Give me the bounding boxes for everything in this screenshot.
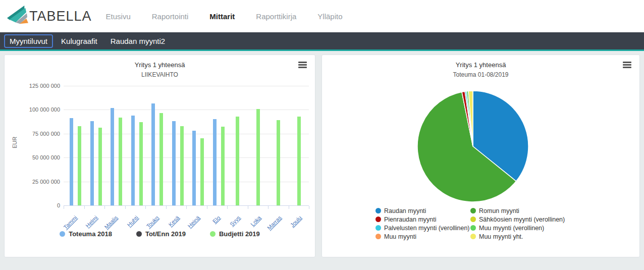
legend-label: Tot/Enn 2019: [145, 230, 186, 238]
x-tick-mark: [227, 206, 228, 209]
x-tick-mark: [84, 206, 85, 209]
bar-budjetti-2019[interactable]: [277, 120, 280, 205]
tab-raudan-myynti2[interactable]: Raudan myynti2: [105, 34, 170, 48]
legend-dot-icon: [375, 234, 381, 239]
tabella-logo-icon: [5, 5, 28, 27]
bar-toteuma-2018[interactable]: [192, 131, 196, 205]
chart-menu-icon[interactable]: [298, 62, 307, 68]
legend-item[interactable]: Muu myynti (verollinen): [470, 225, 612, 232]
pie-chart-panel: Yritys 1 yhteensä Toteuma 01-08/2019 Rau…: [321, 55, 640, 257]
bar-budjetti-2019[interactable]: [256, 109, 260, 205]
legend-label: Toteuma 2018: [69, 230, 112, 238]
y-tick-label: 100 000 000: [29, 106, 60, 113]
legend-dot-icon: [470, 234, 476, 239]
legend-label: Pienraudan myynti: [384, 216, 437, 223]
x-tick-mark: [166, 206, 167, 209]
legend-dot-icon: [60, 231, 65, 237]
brand-name: TABELLA: [29, 9, 92, 24]
legend-item[interactable]: Budjetti 2019: [210, 230, 260, 238]
y-tick-label: 25 000 000: [32, 179, 60, 185]
pie-chart-subtitle: Toteuma 01-08/2019: [322, 71, 639, 78]
nav-etusivu[interactable]: Etusivu: [106, 12, 131, 21]
brand[interactable]: TABELLA: [5, 5, 92, 27]
bar-budjetti-2019[interactable]: [139, 122, 143, 205]
legend-item[interactable]: Toteuma 2018: [60, 230, 112, 238]
tab-myyntiluvut[interactable]: Myyntiluvut: [4, 34, 53, 48]
chart-menu-icon[interactable]: [623, 62, 631, 68]
y-axis-ticks: 025 000 00050 000 00075 000 000100 000 0…: [5, 86, 60, 205]
legend-dot-icon: [375, 208, 381, 213]
y-tick-label: 75 000 000: [32, 131, 60, 137]
legend-dot-icon: [136, 231, 142, 237]
bar-budjetti-2019[interactable]: [297, 117, 301, 205]
x-tick-mark: [248, 206, 248, 209]
gridline: [64, 110, 309, 110]
bar-chart-title: Yritys 1 yhteensä: [5, 61, 315, 69]
bar-budjetti-2019[interactable]: [180, 126, 184, 205]
nav-raportointi[interactable]: Raportointi: [152, 12, 189, 21]
legend-label: Romun myynti: [479, 207, 519, 214]
legend-item[interactable]: Romun myynti: [470, 207, 612, 214]
legend-dot-icon: [375, 217, 381, 222]
legend-label: Palvelusten myynti (verollinen): [384, 225, 470, 232]
legend-item[interactable]: Palvelusten myynti (verollinen): [375, 225, 470, 232]
bar-toteuma-2018[interactable]: [151, 103, 155, 205]
gridline: [64, 86, 309, 86]
x-tick-mark: [64, 206, 64, 209]
bar-chart-panel: Yritys 1 yhteensä LIIKEVAIHTO EUR 025 00…: [4, 55, 315, 257]
x-tick-mark: [289, 206, 289, 209]
x-label-anchor: Joulu: [248, 212, 299, 222]
bar-budjetti-2019[interactable]: [78, 126, 81, 205]
pie-chart-legend: Raudan myyntiRomun myyntiPienraudan myyn…: [375, 206, 612, 241]
legend-item[interactable]: Pienraudan myynti: [375, 216, 470, 223]
nav-raporttikirja[interactable]: Raporttikirja: [256, 12, 296, 21]
bar-toteuma-2018[interactable]: [131, 116, 135, 205]
pie-chart: [416, 89, 530, 203]
y-tick-label: 50 000 000: [32, 154, 60, 160]
legend-item[interactable]: Sähköosien myynti (verollinen): [470, 216, 612, 223]
nav-yllapito[interactable]: Ylläpito: [317, 12, 342, 21]
x-tick-mark: [104, 206, 105, 209]
tab-kulugraafit[interactable]: Kulugraafit: [56, 34, 102, 48]
legend-dot-icon: [210, 231, 216, 237]
bar-toteuma-2018[interactable]: [90, 121, 94, 205]
legend-dot-icon: [375, 225, 381, 231]
nav-mittarit[interactable]: Mittarit: [209, 12, 235, 21]
bar-budjetti-2019[interactable]: [98, 128, 102, 205]
legend-label: Muu myynti (verollinen): [479, 225, 544, 232]
x-tick-mark: [125, 206, 126, 209]
legend-item[interactable]: Tot/Enn 2019: [136, 230, 186, 238]
bar-budjetti-2019[interactable]: [159, 113, 163, 205]
x-tick-mark: [186, 206, 187, 209]
y-tick-label: 125 000 000: [29, 83, 60, 89]
x-tick-mark: [145, 206, 146, 209]
x-category-link[interactable]: Joulu: [289, 214, 303, 228]
bar-chart-subtitle: LIIKEVAIHTO: [5, 71, 315, 78]
bar-budjetti-2019[interactable]: [119, 118, 122, 205]
y-tick-label: 0: [57, 202, 60, 208]
bar-budjetti-2019[interactable]: [200, 138, 204, 205]
legend-dot-icon: [470, 225, 476, 231]
x-tick-mark: [207, 206, 207, 209]
bar-toteuma-2018[interactable]: [172, 121, 176, 205]
pie-chart-title: Yritys 1 yhteensä: [322, 61, 639, 69]
bar-toteuma-2018[interactable]: [213, 119, 217, 205]
bar-toteuma-2018[interactable]: [70, 118, 73, 205]
legend-item[interactable]: Muu myynti: [375, 233, 470, 240]
bar-budjetti-2019[interactable]: [236, 117, 239, 205]
app-header: TABELLA Etusivu Raportointi Mittarit Rap…: [0, 0, 644, 32]
legend-label: Sähköosien myynti (verollinen): [479, 216, 565, 223]
x-tick-mark: [309, 206, 309, 209]
dashboard-tabs: Myyntiluvut Kulugraafit Raudan myynti2: [0, 32, 644, 51]
bar-toteuma-2018[interactable]: [111, 108, 114, 205]
legend-dot-icon: [470, 217, 476, 222]
legend-item[interactable]: Muu myynti yht.: [470, 233, 612, 240]
legend-dot-icon: [470, 208, 476, 213]
x-tick-mark: [268, 206, 269, 209]
bar-budjetti-2019[interactable]: [221, 127, 225, 205]
legend-label: Muu myynti yht.: [479, 233, 523, 240]
legend-item[interactable]: Raudan myynti: [375, 207, 470, 214]
legend-label: Budjetti 2019: [219, 230, 260, 238]
bar-plot: [64, 86, 309, 205]
legend-label: Raudan myynti: [384, 207, 426, 214]
